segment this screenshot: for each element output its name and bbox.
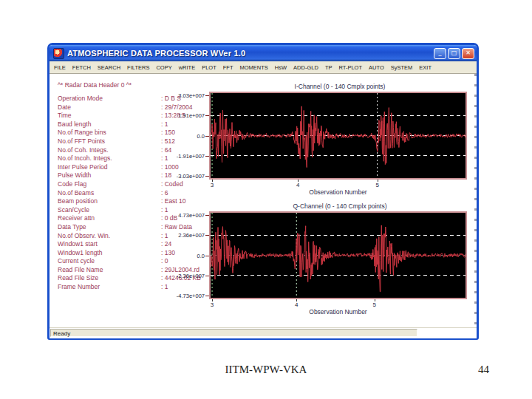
y-tick-label: 0.0 <box>197 252 205 259</box>
x-tick-label: 3 <box>211 301 214 308</box>
header-row-label: Baud length <box>58 120 161 129</box>
menu-item-plot[interactable]: PLOT <box>202 64 216 71</box>
header-row-label: Data Type <box>58 223 161 232</box>
header-row-label: Frame Number <box>58 283 161 292</box>
chart-q-channel: Q-Channel (0 - 140 Cmplx points)4.73e+00… <box>172 202 469 316</box>
header-row-label: No.of Coh. Integs. <box>58 146 161 155</box>
menu-item-hsw[interactable]: HsW <box>275 64 287 71</box>
header-row-label: Code Flag <box>58 180 161 189</box>
y-tick-label: -3.03e+007 <box>177 172 205 179</box>
chart-title: I-Channel (0 - 140 Cmplx points) <box>211 83 469 92</box>
header-row-label: Inter Pulse Period <box>58 163 161 172</box>
menu-item-fft[interactable]: FFT <box>223 64 233 71</box>
header-row-label: Window1 start <box>58 240 161 249</box>
menu-item-copy[interactable]: COPY <box>156 64 171 71</box>
x-tick-label: 3 <box>211 182 214 188</box>
y-tick-label: 2.36e+007 <box>178 232 205 239</box>
menu-item-search[interactable]: SEARCH <box>98 64 120 71</box>
scrollbar-artifacts <box>474 74 477 327</box>
slide: ATMOSPHERIC DATA PROCESSOR WVer 1.0 _ □ … <box>0 0 532 399</box>
y-tick-label: 1.91e+007 <box>178 112 205 119</box>
menu-item-moments[interactable]: MOMENTS <box>240 64 268 71</box>
maximize-button[interactable]: □ <box>448 48 460 59</box>
slide-caption: IITM-WPW-VKA <box>0 364 532 376</box>
x-axis-label: Observation Number <box>211 308 466 316</box>
menu-item-fetch[interactable]: FETCH <box>72 64 91 71</box>
plot-area <box>209 211 467 299</box>
menu-item-add-gld[interactable]: ADD-GLD <box>293 64 318 71</box>
window-title: ATMOSPHERIC DATA PROCESSOR WVer 1.0 <box>67 49 434 58</box>
y-axis-labels: 4.73e+0072.36e+0070.0-2.36e+007-4.73e+00… <box>172 211 209 299</box>
titlebar[interactable]: ATMOSPHERIC DATA PROCESSOR WVer 1.0 _ □ … <box>50 45 477 61</box>
menu-item-system[interactable]: SySTEM <box>391 64 413 71</box>
page-number: 44 <box>478 364 489 376</box>
menu-item-exit[interactable]: EXIT <box>419 64 432 71</box>
slide-footer: IITM-WPW-VKA 44 <box>0 364 532 381</box>
header-row-label: Read File Size <box>58 274 161 283</box>
menu-item-file[interactable]: FILE <box>54 64 66 71</box>
header-row-label: No.of FFT Points <box>58 137 161 146</box>
app-icon <box>53 48 64 59</box>
close-button[interactable]: ✕ <box>462 48 474 59</box>
y-tick-label: 0.0 <box>197 132 205 139</box>
menu-item-tp[interactable]: TP <box>325 64 332 71</box>
statusbar: Ready <box>50 327 477 338</box>
chart-i-channel: I-Channel (0 - 140 Cmplx points)3.03e+00… <box>172 83 469 196</box>
x-tick-label: 5 <box>375 182 378 188</box>
menu-item-auto[interactable]: AUTO <box>369 64 384 71</box>
header-row-label: No.of Observ. Win. <box>58 232 161 241</box>
header-row-label: Operation Mode <box>58 95 161 103</box>
window-controls: _ □ ✕ <box>434 48 474 59</box>
menu-item-write[interactable]: wRITE <box>179 64 196 71</box>
menu-item-filters[interactable]: FILTERS <box>127 64 149 71</box>
header-row-label: Receiver attn <box>58 214 161 223</box>
x-axis-ticks: 345 <box>211 180 466 188</box>
y-tick-label: 4.73e+007 <box>178 212 205 219</box>
header-row-label: Beam position <box>58 197 161 206</box>
x-axis-ticks: 345 <box>211 299 466 308</box>
header-row-label: Time <box>58 112 161 120</box>
x-axis-label: Observation Number <box>211 188 466 196</box>
header-row-label: No.of Range bins <box>58 129 161 137</box>
status-text: Ready <box>50 329 417 337</box>
header-row-label: No.of Incoh. Integs. <box>58 154 161 163</box>
header-row-label: Read File Name <box>58 266 161 275</box>
y-tick-label: 3.03e+007 <box>178 92 205 99</box>
y-axis-labels: 3.03e+0071.91e+0070.0-1.91e+007-3.03e+00… <box>172 92 209 180</box>
header-row-label: Scan/Cycle <box>58 206 161 215</box>
menubar: FILEFETCHSEARCHFILTERSCOPYwRITEPLOTFFTMO… <box>50 61 477 74</box>
x-tick-label: 4 <box>296 182 299 188</box>
app-window: ATMOSPHERIC DATA PROCESSOR WVer 1.0 _ □ … <box>47 43 479 340</box>
plot-area <box>209 92 467 180</box>
y-tick-label: -1.91e+007 <box>177 152 205 159</box>
minimize-button[interactable]: _ <box>434 48 446 59</box>
header-row-label: Window1 length <box>58 249 161 258</box>
chart-title: Q-Channel (0 - 140 Cmplx points) <box>211 202 469 211</box>
x-tick-label: 4 <box>295 301 298 308</box>
y-tick-label: -2.36e+007 <box>177 272 205 279</box>
header-row-label: No.of Beams <box>58 189 161 198</box>
x-tick-label: 5 <box>373 301 376 308</box>
header-row-label: Current cycle <box>58 257 161 266</box>
menu-item-rt-plot[interactable]: RT-PLOT <box>338 64 362 71</box>
y-tick-label: -4.73e+007 <box>177 292 205 299</box>
client-area: ^* Radar Data Header 0 ^* Operation Mode… <box>50 74 477 327</box>
header-row-label: Pulse Width <box>58 171 161 180</box>
header-row-label: Date <box>58 103 161 112</box>
